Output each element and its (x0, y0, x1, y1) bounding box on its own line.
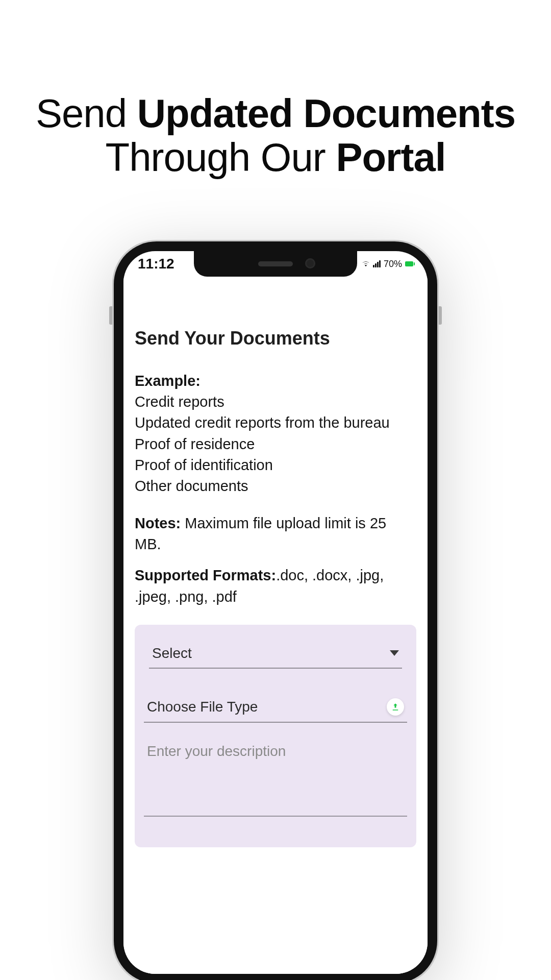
example-item: Credit reports (135, 391, 416, 412)
upload-icon (391, 702, 400, 712)
info-block: Example: Credit reports Updated credit r… (135, 371, 416, 607)
phone-screen: 11:12 70% Send Your Documents Example: C… (123, 251, 428, 974)
app-content: Send Your Documents Example: Credit repo… (123, 277, 428, 974)
description-placeholder: Enter your description (147, 743, 286, 759)
chevron-down-icon (390, 650, 399, 656)
example-list: Credit reports Updated credit reports fr… (135, 391, 416, 497)
status-bar: 11:12 70% (123, 251, 428, 277)
headline-word-portal: Portal (336, 135, 445, 180)
select-label: Select (152, 645, 192, 662)
marketing-headline: Send Updated Documents Through Our Porta… (0, 92, 551, 180)
wifi-icon (362, 260, 370, 268)
headline-word-send: Send (36, 91, 137, 136)
phone-mockup: 11:12 70% Send Your Documents Example: C… (112, 240, 439, 980)
upload-card: Select Choose File Type Enter your descr… (135, 625, 416, 847)
example-item: Other documents (135, 476, 416, 497)
headline-word-through-our: Through Our (106, 135, 336, 180)
headline-word-updated-documents: Updated Documents (137, 91, 515, 136)
status-time: 11:12 (138, 256, 174, 272)
notes-label: Notes: (135, 515, 181, 531)
description-input[interactable]: Enter your description (144, 737, 407, 817)
upload-button[interactable] (387, 698, 404, 716)
battery-icon (405, 261, 413, 266)
example-item: Proof of residence (135, 434, 416, 455)
file-type-field[interactable]: Choose File Type (144, 689, 407, 723)
battery-percentage: 70% (384, 259, 402, 270)
example-item: Proof of identification (135, 455, 416, 476)
page-title: Send Your Documents (135, 328, 416, 349)
example-label: Example: (135, 371, 416, 391)
example-item: Updated credit reports from the bureau (135, 412, 416, 433)
signal-icon (373, 260, 381, 267)
formats-label: Supported Formats: (135, 567, 276, 583)
file-type-label: Choose File Type (147, 699, 258, 715)
document-type-select[interactable]: Select (149, 636, 402, 669)
